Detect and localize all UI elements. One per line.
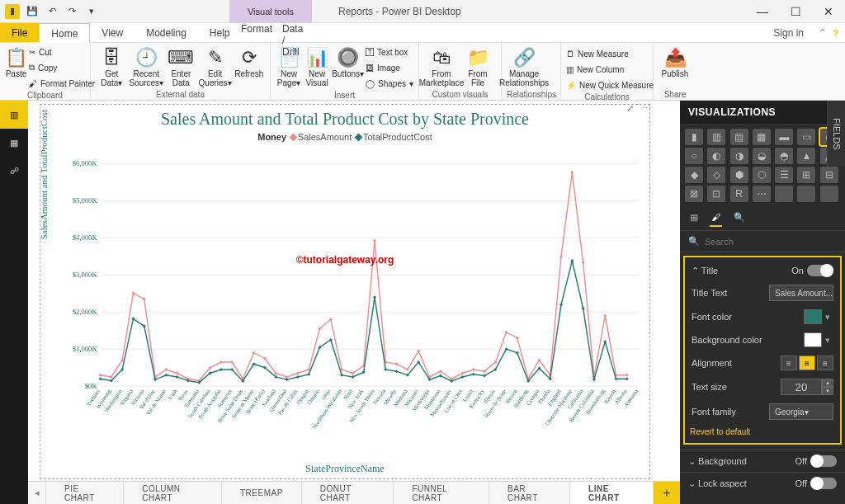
viz-type-14[interactable]: ◆ [685, 167, 703, 183]
viz-type-3[interactable]: ▦ [753, 129, 771, 145]
viz-type-20[interactable]: ⊟ [820, 167, 838, 183]
align-center-button[interactable]: ≡ [799, 356, 815, 370]
signin-link[interactable]: Sign in [773, 23, 804, 42]
viz-type-11[interactable]: ◓ [775, 148, 793, 164]
sheet-tab-treemap[interactable]: TREEMAP [222, 482, 302, 504]
copy-button[interactable]: ⧉Copy [29, 60, 95, 75]
tab-home[interactable]: Home [39, 23, 90, 43]
viz-type-5[interactable]: ▭ [797, 129, 815, 145]
sheet-tab-pie-chart[interactable]: PIE CHART [46, 482, 124, 504]
title-toggle[interactable] [807, 265, 833, 276]
qat-dropdown[interactable]: ▾ [83, 2, 101, 21]
sheet-scroll-left[interactable]: ◂ [28, 482, 46, 504]
fields-tab-button[interactable]: ▦ [688, 209, 700, 227]
enter-data-button[interactable]: ⌨Enter Data [165, 45, 196, 87]
format-search-input[interactable] [705, 237, 837, 247]
font-family-select[interactable]: Georgia ▾ [769, 403, 833, 420]
refresh-button[interactable]: ⟳Refresh [234, 45, 265, 78]
align-right-button[interactable]: ≡ [817, 356, 833, 370]
align-left-button[interactable]: ≡ [781, 356, 797, 370]
viz-type-7[interactable]: ○ [685, 148, 703, 164]
recent-sources-button[interactable]: 🕘Recent Sources▾ [129, 45, 163, 87]
model-view-button[interactable]: ☍ [0, 157, 28, 185]
cut-button[interactable]: ✂Cut [29, 45, 95, 59]
tab-datadrill[interactable]: Data / Drill [271, 23, 312, 58]
collapse-ribbon-icon[interactable]: ⌃ [819, 27, 826, 38]
sheet-tab-funnel-chart[interactable]: FUNNEL CHART [394, 482, 489, 504]
text-size-up[interactable]: ▲ [822, 379, 833, 387]
viz-type-4[interactable]: ▬ [775, 129, 793, 145]
text-box-button[interactable]: 🅃Text box [366, 45, 413, 59]
format-painter-button[interactable]: 🖌Format Painter [29, 76, 95, 91]
close-button[interactable]: ✕ [812, 0, 845, 23]
viz-type-27[interactable] [820, 186, 838, 202]
get-data-button[interactable]: 🗄Get Data▾ [96, 45, 127, 87]
new-column-button[interactable]: ▥New Column [566, 62, 654, 77]
more-options-icon[interactable]: ⋯ [640, 101, 653, 115]
viz-type-18[interactable]: ☰ [775, 167, 793, 183]
quick-measure-button[interactable]: ⚡New Quick Measure [566, 78, 654, 92]
format-tab-button[interactable]: 🖌 [710, 209, 722, 227]
viz-type-26[interactable] [797, 186, 815, 202]
report-canvas[interactable]: ⤢ ⋯ Sales Amount and Total Product Cost … [28, 101, 680, 481]
redo-icon[interactable]: ↷ [63, 2, 81, 21]
viz-type-8[interactable]: ◐ [707, 148, 725, 164]
data-view-button[interactable]: ▦ [0, 129, 28, 157]
text-size-input[interactable] [781, 379, 822, 395]
shapes-button[interactable]: ◯Shapes▾ [366, 76, 413, 91]
manage-relationships-button[interactable]: 🔗Manage Relationships [507, 45, 541, 87]
viz-type-1[interactable]: ▥ [707, 129, 725, 145]
visualizations-header[interactable]: VISUALIZATIONS› [680, 101, 845, 124]
from-marketplace-button[interactable]: 🛍From Marketplace [424, 45, 459, 87]
fields-pane-tab[interactable]: FIELDS [827, 101, 845, 167]
paste-button[interactable]: 📋Paste [5, 45, 27, 78]
bg-color-swatch[interactable] [804, 332, 822, 347]
tab-file[interactable]: File [0, 23, 39, 42]
line-chart-visual[interactable]: ⤢ ⋯ Sales Amount and Total Product Cost … [40, 104, 650, 479]
edit-queries-button[interactable]: ✎Edit Queries▾ [199, 45, 232, 87]
viz-type-12[interactable]: ▲ [797, 148, 815, 164]
revert-to-default-link[interactable]: Revert to default [690, 424, 835, 436]
tab-view[interactable]: View [90, 23, 135, 42]
viz-type-16[interactable]: ⬢ [730, 167, 748, 183]
publish-button[interactable]: 📤Publish [659, 45, 692, 78]
lock-aspect-section[interactable]: ⌄ Lock aspect Off [680, 472, 845, 494]
sheet-tab-line-chart[interactable]: LINE CHART [570, 482, 654, 504]
maximize-button[interactable]: ☐ [779, 0, 812, 23]
sheet-tab-donut-chart[interactable]: DONUT CHART [302, 482, 394, 504]
lock-toggle[interactable] [810, 478, 837, 489]
buttons-button[interactable]: 🔘Buttons▾ [332, 45, 364, 78]
viz-type-15[interactable]: ◇ [707, 167, 725, 183]
sheet-tab-bar-chart[interactable]: BAR CHART [489, 482, 570, 504]
undo-icon[interactable]: ↶ [43, 2, 61, 21]
viz-type-23[interactable]: R [730, 186, 748, 202]
title-text-input[interactable]: Sales Amount... [769, 285, 833, 301]
save-icon[interactable]: 💾 [23, 2, 41, 21]
sheet-tab-column-chart[interactable]: COLUMN CHART [124, 482, 222, 504]
focus-mode-icon[interactable]: ⤢ [623, 101, 636, 115]
viz-type-0[interactable]: ▮ [685, 129, 703, 145]
viz-type-2[interactable]: ▤ [730, 129, 748, 145]
viz-type-9[interactable]: ◑ [730, 148, 748, 164]
font-color-swatch[interactable] [804, 309, 822, 324]
minimize-button[interactable]: — [746, 0, 779, 23]
viz-type-19[interactable]: ⊞ [797, 167, 815, 183]
viz-type-10[interactable]: ◒ [753, 148, 771, 164]
from-file-button[interactable]: 📁From File [460, 45, 495, 87]
help-icon[interactable]: ? [833, 28, 838, 38]
text-size-down[interactable]: ▼ [822, 387, 833, 395]
viz-type-21[interactable]: ⊠ [685, 186, 703, 202]
viz-type-17[interactable]: ⬡ [753, 167, 771, 183]
background-section[interactable]: ⌄ Background Off [680, 450, 845, 472]
analytics-tab-button[interactable]: 🔍 [732, 209, 747, 227]
chevron-up-icon[interactable]: ⌃ [692, 266, 699, 276]
add-page-button[interactable]: + [654, 482, 680, 504]
viz-type-25[interactable] [775, 186, 793, 202]
tab-format[interactable]: Format [229, 23, 271, 35]
tab-modeling[interactable]: Modeling [135, 23, 198, 42]
image-button[interactable]: 🖼Image [366, 60, 413, 75]
report-view-button[interactable]: ▥ [0, 101, 28, 129]
new-measure-button[interactable]: 🗒New Measure [566, 46, 654, 61]
viz-type-22[interactable]: ⊡ [707, 186, 725, 202]
background-toggle[interactable] [810, 455, 837, 467]
